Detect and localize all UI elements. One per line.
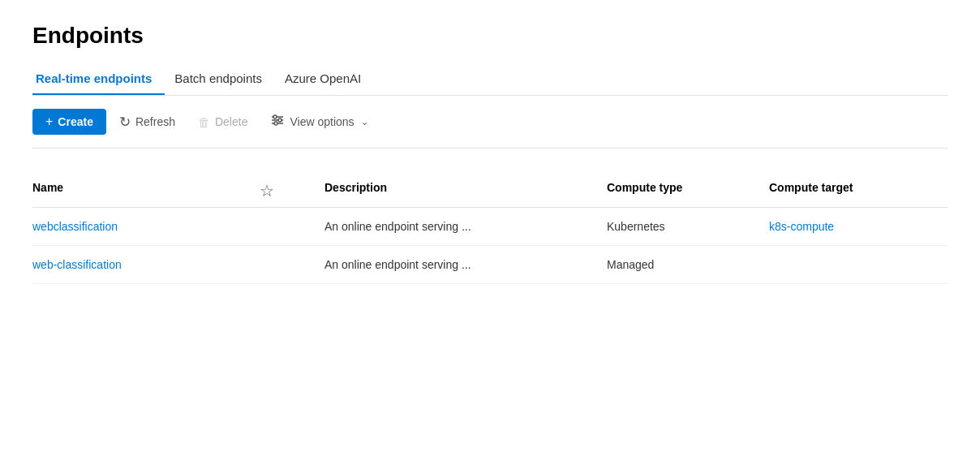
tab-batch-endpoints[interactable]: Batch endpoints [171, 65, 275, 95]
view-options-label: View options [290, 115, 354, 128]
tab-azure-openai[interactable]: Azure OpenAI [282, 65, 374, 95]
endpoint-compute-type: Managed [607, 258, 769, 271]
col-header-name: Name [32, 181, 260, 200]
page-title: Endpoints [32, 23, 948, 49]
table-header: Name ☆ Description Compute type Compute … [32, 175, 948, 208]
create-label: Create [58, 115, 93, 128]
delete-label: Delete [215, 115, 247, 128]
data-table: Name ☆ Description Compute type Compute … [32, 175, 948, 284]
refresh-label: Refresh [135, 115, 175, 128]
create-button[interactable]: + Create [32, 109, 106, 135]
view-options-icon [270, 113, 285, 131]
refresh-button[interactable]: ↻ Refresh [110, 108, 185, 136]
svg-point-5 [274, 122, 277, 125]
col-header-compute-target: Compute target [769, 181, 948, 200]
endpoint-compute-target-link[interactable]: k8s-compute [769, 220, 834, 233]
col-header-compute-type: Compute type [607, 181, 769, 200]
delete-button[interactable]: 🗑 Delete [188, 110, 257, 135]
endpoint-compute-type: Kubernetes [607, 220, 769, 233]
endpoint-name-link[interactable]: web-classification [32, 258, 122, 271]
refresh-icon: ↻ [119, 114, 131, 131]
col-header-description: Description [325, 181, 607, 200]
toolbar: + Create ↻ Refresh 🗑 Delete View [32, 96, 948, 149]
col-header-star: ☆ [260, 181, 325, 200]
table-row: web-classification An online endpoint se… [32, 246, 948, 284]
chevron-down-icon: ⌄ [361, 117, 368, 127]
table-row: webclassification An online endpoint ser… [32, 208, 948, 246]
view-options-button[interactable]: View options ⌄ [260, 107, 377, 136]
svg-point-4 [278, 118, 282, 122]
tab-realtime-endpoints[interactable]: Real-time endpoints [32, 65, 165, 95]
endpoint-name-link[interactable]: webclassification [32, 220, 118, 233]
tabs-row: Real-time endpoints Batch endpoints Azur… [32, 65, 948, 96]
svg-point-3 [273, 115, 277, 118]
plus-icon: + [45, 114, 53, 129]
delete-icon: 🗑 [198, 115, 210, 129]
endpoint-description: An online endpoint serving ... [325, 220, 607, 233]
endpoint-description: An online endpoint serving ... [325, 258, 607, 271]
